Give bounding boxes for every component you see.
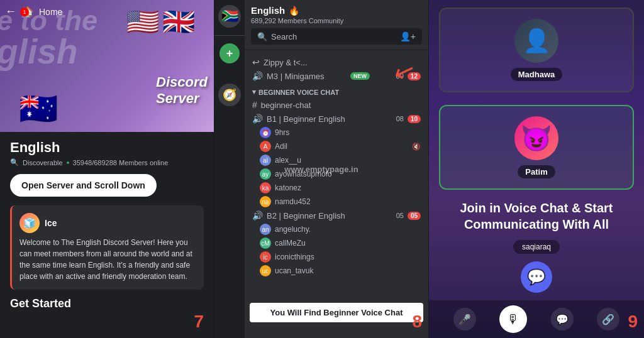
avatar-ucan: uc <box>260 265 271 276</box>
discord-icon: 💬 <box>527 268 546 286</box>
channel-name-zippy: Zippy & t<... <box>264 58 308 67</box>
hash-icon-2: # <box>252 100 257 110</box>
flag-container: 🇺🇸 🇬🇧 <box>126 6 195 37</box>
bottom-toolbar: 🎤 🎙 💬 🔗 <box>429 300 644 338</box>
panel-1: e to the glish 🇺🇸 🇬🇧 DiscordServer 🇦🇺 ← … <box>0 0 214 338</box>
beginner-voice-section: ▾ Beginner Voice Chat <box>245 83 428 98</box>
panel1-nav: ← 🏠 Home 1 <box>5 5 62 18</box>
home-label: Home <box>39 7 62 17</box>
user-row-katonez: ka katonez <box>245 181 428 195</box>
new-badge: NEW <box>350 72 370 80</box>
welcome-card-header: 🧊 Ice <box>19 213 196 233</box>
chevron-icon: ▾ <box>252 88 256 96</box>
bg-text-line2: glish <box>0 35 77 69</box>
avatar-ayow: ay <box>260 168 271 180</box>
back-button[interactable]: ← <box>5 5 16 18</box>
username-namdu: namdu452 <box>275 197 311 206</box>
username-angeluchy: angeluchy. <box>275 225 311 234</box>
watermark: www.emptypage.in <box>284 165 358 174</box>
avatar-angeluchy: an <box>260 224 271 235</box>
server-stats: 689,292 Members Community <box>251 17 422 25</box>
channel-item-b2[interactable]: 🔊 B2 | Beginner English 05 05 <box>245 209 428 222</box>
search-icon: 🔍 <box>257 32 267 41</box>
search-bar[interactable]: 🔍 Search 👤+ <box>251 28 422 45</box>
panel-2: 🇿🇦 + 🧭 English 🔥 689,292 Members Communi… <box>214 0 429 338</box>
panel2-cta-label: You Will Find Beginner Voice Chat <box>250 303 423 322</box>
user-row-adil: A Adil 🔇 <box>245 139 428 153</box>
mute-button[interactable]: 🎤 <box>453 308 476 330</box>
user-row-callmezu: cM callMeZu <box>245 236 428 250</box>
welcome-username: Ice <box>45 218 57 228</box>
username-adil: Adil <box>275 142 287 151</box>
add-channel-button[interactable]: + <box>219 43 240 63</box>
section-name-beginner: Beginner Voice Chat <box>258 89 339 96</box>
user-row-angeluchy: an angeluchy. <box>245 222 428 236</box>
madhawa-avatar-icon: 👤 <box>523 28 551 54</box>
flag-us: 🇺🇸 <box>126 6 159 37</box>
b1-badge: 10 <box>408 115 421 123</box>
share-button[interactable]: 🔗 <box>597 308 619 330</box>
voice-icon-2: 🔊 <box>252 114 263 124</box>
user-row-namdu: na namdu452 <box>245 195 428 209</box>
voice-card-patim: 😈 Patim <box>439 105 634 190</box>
saqiaraq-badge: saqiaraq <box>513 240 560 254</box>
channel-list: ↩ Zippy & t<... 🔊 M3 | Minigames NEW 00 … <box>245 50 428 338</box>
madhawa-avatar: 👤 <box>514 19 558 63</box>
flag-gb: 🇬🇧 <box>162 6 195 37</box>
panel1-bg: e to the glish 🇺🇸 🇬🇧 DiscordServer 🇦🇺 <box>0 0 214 132</box>
b2-badge: 05 <box>408 212 421 220</box>
server-name: English <box>10 139 204 156</box>
user-row-ucan: uc ucan_tavuk <box>245 264 428 278</box>
panel2-server-title: English <box>251 5 285 16</box>
avatar-callmezu: cM <box>260 237 271 249</box>
avatar-adil: A <box>260 141 271 152</box>
channel-item-beginner-chat[interactable]: # beginner-chat <box>245 98 428 112</box>
mute-icon: 🎤 <box>458 313 471 325</box>
voice-icon-3: 🔊 <box>252 210 263 221</box>
open-server-button[interactable]: Open Server and Scroll Down <box>10 174 157 197</box>
channel-name-b2: B2 | Beginner English <box>267 211 345 221</box>
username-ucan: ucan_tavuk <box>275 266 313 275</box>
sidebar-divider <box>214 35 245 36</box>
mic-button[interactable]: 🎙 <box>499 305 527 333</box>
ice-avatar: 🧊 <box>19 213 40 233</box>
step-number-8: 8 <box>412 312 422 332</box>
avatar-namdu: na <box>260 196 271 207</box>
server-meta: 🔍 Discoverable 35948/689288 Members onli… <box>10 158 204 166</box>
discord-logo: 💬 <box>521 261 552 293</box>
chat-icon: 💬 <box>556 313 569 325</box>
m3-badges: NEW <box>350 72 370 80</box>
panel-3: 👤 Madhawa 😈 Patim Join in Voice Chat & S… <box>429 0 644 338</box>
sidebar-sa-flag[interactable]: 🇿🇦 <box>218 5 241 28</box>
channel-item-b1[interactable]: 🔊 B1 | Beginner English 08 10 <box>245 112 428 126</box>
step-number-7: 7 <box>194 312 204 332</box>
panel3-cta-text: Join in Voice Chat & Start Communicating… <box>429 195 644 237</box>
status-dot <box>67 161 69 164</box>
username-alex: alex__u <box>275 156 301 165</box>
patim-username: Patim <box>518 165 555 178</box>
username-katonez: katonez <box>275 183 301 192</box>
share-icon: 🔗 <box>602 313 614 325</box>
step-number-9: 9 <box>628 312 638 332</box>
members-count: 35948/689288 Members online <box>73 159 169 166</box>
search-placeholder: Search <box>271 32 297 41</box>
chat-button[interactable]: 💬 <box>551 308 574 330</box>
patim-avatar-icon: 😈 <box>521 124 552 153</box>
mute-icon: 🔇 <box>412 143 421 151</box>
panel1-content: English 🔍 Discoverable 35948/689288 Memb… <box>0 132 214 318</box>
flag-row-top: 🇺🇸 🇬🇧 <box>126 6 195 37</box>
welcome-text: Welcome to The English Discord Server! H… <box>19 237 196 282</box>
server-emoji: 🔥 <box>289 6 299 16</box>
avatar-iconic: ic <box>260 251 271 263</box>
sidebar-discover-icon[interactable]: 🧭 <box>218 84 241 106</box>
flag-au: 🇦🇺 <box>19 90 58 127</box>
discoverable-label: Discoverable <box>23 159 63 166</box>
voice-icon: 🔊 <box>252 71 263 81</box>
username-9hrs: 9hrs <box>275 128 289 137</box>
b1-time: 08 <box>396 115 404 123</box>
panel2-header: English 🔥 689,292 Members Community 🔍 Se… <box>245 0 428 50</box>
discord-server-text: DiscordServer <box>156 74 208 107</box>
madhawa-username: Madhawa <box>511 68 563 81</box>
channel-name-b1: B1 | Beginner English <box>267 114 345 124</box>
panel2-sidebar: 🇿🇦 + 🧭 <box>214 0 245 338</box>
